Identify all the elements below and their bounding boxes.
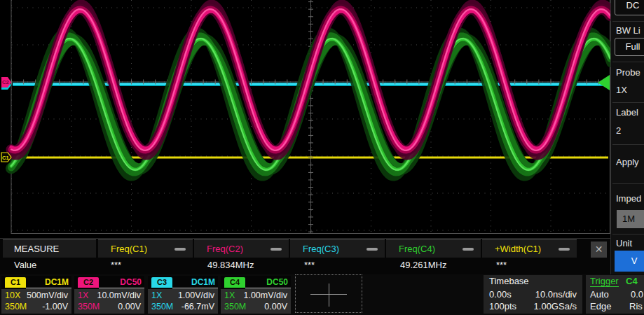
sidebar-divider — [612, 144, 644, 145]
channel2-offset: 0.00V — [118, 302, 141, 313]
channel1-bandwidth: 350M — [5, 302, 27, 313]
channel1-descriptor[interactable]: C1 DC1M 10X500mV/div 350M-1.00V — [1, 276, 71, 314]
timebase-title: Timebase — [489, 276, 529, 286]
measure-label: Freq(C2) — [207, 240, 243, 258]
measure-cell-width-c1[interactable]: +Width(C1) — [482, 239, 577, 258]
measure-bar: MEASURE Freq(C1) Freq(C2) Freq(C3) Freq(… — [0, 238, 610, 274]
channel2-coupling: DC50 — [120, 277, 142, 287]
timebase-delay: 0.00s — [489, 289, 512, 300]
trigger-panel[interactable]: Trigger C4 Auto 0.0 Edge Ris — [586, 275, 644, 314]
sidebar-divider — [612, 183, 644, 184]
impedance-button[interactable]: 1M — [617, 210, 644, 228]
measure-value-width: *** — [496, 260, 507, 270]
crosshair-icon — [329, 284, 329, 307]
channel-underline — [99, 288, 144, 288]
channel2-marker-label: C2 — [2, 79, 9, 85]
minus-icon[interactable] — [559, 248, 570, 251]
trigger-title: Trigger — [590, 276, 619, 287]
label-label: Label — [616, 107, 638, 118]
oscilloscope-screen: C2 C1 DC BW Li Full Probe 1X Label 2 App… — [0, 0, 644, 315]
channel3-bandwidth: 350M — [151, 302, 173, 313]
status-bar: C1 DC1M 10X500mV/div 350M-1.00V C2 DC50 … — [0, 274, 644, 315]
trigger-mode: Auto — [590, 289, 609, 300]
measure-cell-freq-c3[interactable]: Freq(C3) — [290, 239, 385, 258]
channel4-bandwidth: 350M — [224, 302, 246, 313]
channel-settings-sidebar: DC BW Li Full Probe 1X Label 2 Apply Imp… — [610, 0, 644, 274]
channel4-scale: 1.00mV/div — [243, 290, 287, 302]
channel3-descriptor[interactable]: C3 DC1M 1X1.00V/div 350M-66.7mV — [148, 276, 218, 314]
sidebar-divider — [612, 62, 644, 62]
measure-title: MEASURE — [3, 239, 96, 258]
channel1-probe: 10X — [5, 290, 20, 302]
channel4-offset: 0.00V — [264, 302, 287, 313]
channel2-scale: 10.0mV/div — [97, 290, 141, 302]
channel-underline — [245, 288, 291, 288]
minus-icon[interactable] — [366, 248, 378, 251]
measure-value-c3: *** — [304, 260, 315, 270]
channel-underline — [172, 288, 218, 288]
channel3-scale: 1.00V/div — [178, 290, 214, 302]
measure-label: Freq(C3) — [303, 240, 339, 258]
measure-value-row-label: Value — [14, 260, 36, 270]
sidebar-divider — [612, 234, 644, 234]
channel2-descriptor[interactable]: C2 DC50 1X10.0mV/div 350M0.00V — [74, 276, 144, 314]
timebase-sample-rate: 1.00GSa/s — [534, 301, 577, 312]
channel1-marker-label: C1 — [2, 155, 9, 161]
channel2-probe: 1X — [78, 290, 88, 302]
minus-icon[interactable] — [174, 248, 186, 251]
coupling-button[interactable]: DC — [615, 0, 644, 15]
trigger-slope: Ris — [629, 301, 643, 312]
probe-value[interactable]: 1X — [616, 85, 627, 95]
apply-button[interactable]: Apply — [616, 157, 639, 167]
bw-limit-button[interactable]: Full — [615, 38, 644, 56]
measure-label: Freq(C1) — [111, 240, 147, 258]
channel4-descriptor[interactable]: C4 DC50 1X1.00mV/div 350M0.00V — [221, 276, 291, 314]
channel3-offset: -66.7mV — [181, 302, 214, 313]
trigger-type: Edge — [590, 301, 611, 312]
channel1-tab[interactable]: C1 — [5, 277, 26, 288]
channel1-scale: 500mV/div — [27, 290, 68, 302]
minus-icon[interactable] — [463, 248, 474, 251]
impedance-label: Imped — [616, 193, 641, 204]
measure-value-c4: 49.261MHz — [400, 260, 446, 270]
bw-limit-label: BW Li — [616, 25, 640, 36]
measure-value-c2: 49.834MHz — [207, 260, 254, 270]
trigger-source: C4 — [626, 276, 638, 286]
channel3-tab[interactable]: C3 — [151, 277, 172, 288]
trigger-level-marker[interactable] — [598, 75, 610, 90]
timebase-panel[interactable]: Timebase 0.00s10.0ns/div 100pts1.00GSa/s — [484, 275, 582, 314]
close-icon[interactable]: ✕ — [591, 241, 607, 258]
timebase-points: 100pts — [489, 301, 516, 312]
measure-label: Freq(C4) — [399, 240, 435, 258]
measure-label: +Width(C1) — [495, 240, 541, 258]
minus-icon[interactable] — [270, 248, 282, 251]
channel1-coupling: DC1M — [45, 277, 69, 287]
timebase-scale: 10.0ns/div — [535, 289, 577, 300]
measure-cell-freq-c1[interactable]: Freq(C1) — [98, 239, 193, 258]
label-value[interactable]: 2 — [616, 125, 621, 136]
channel3-probe: 1X — [151, 290, 162, 302]
waveform-display[interactable]: C2 C1 — [0, 0, 610, 238]
unit-button[interactable]: V — [615, 251, 644, 272]
channel3-coupling: DC1M — [191, 277, 215, 287]
probe-label: Probe — [616, 67, 640, 78]
measure-cell-freq-c4[interactable]: Freq(C4) — [386, 239, 481, 258]
delay-position-widget[interactable] — [295, 274, 362, 313]
channel2-bandwidth: 350M — [78, 302, 100, 313]
unit-label: Unit — [616, 238, 632, 248]
channel-underline — [26, 288, 71, 288]
measure-cell-freq-c2[interactable]: Freq(C2) — [194, 239, 289, 258]
channel4-coupling: DC50 — [266, 277, 288, 287]
channel4-probe: 1X — [224, 290, 235, 302]
measure-value-c1: *** — [111, 260, 121, 270]
trigger-level: 0.0 — [631, 289, 643, 300]
sidebar-divider — [612, 102, 644, 103]
sidebar-divider — [612, 21, 644, 22]
channel4-tab[interactable]: C4 — [224, 277, 245, 288]
channel2-tab[interactable]: C2 — [78, 277, 99, 288]
channel1-offset: -1.00V — [42, 302, 68, 313]
